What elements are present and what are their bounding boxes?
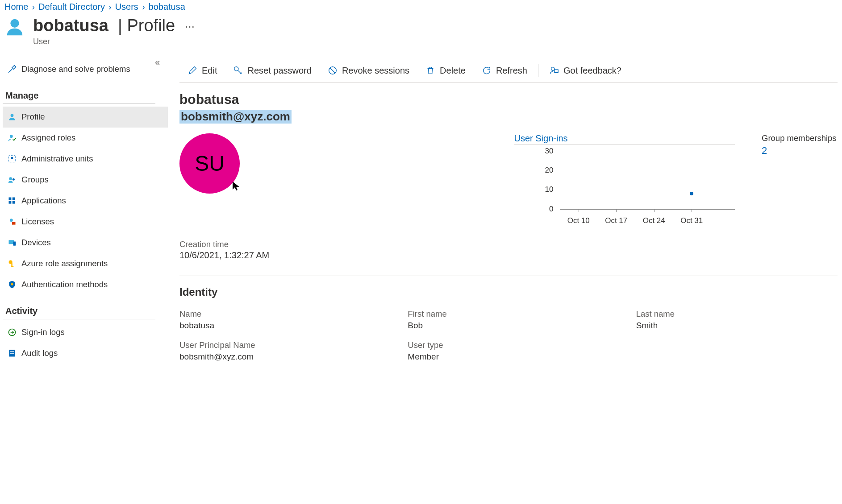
feedback-icon: [549, 66, 559, 75]
display-name: bobatusa: [179, 92, 838, 107]
edit-button[interactable]: Edit: [179, 66, 225, 76]
log-icon: [5, 349, 19, 358]
x-tick: Oct 10: [567, 216, 590, 225]
name-label: Name: [179, 309, 381, 319]
firstname-label: First name: [408, 309, 609, 319]
page-header: bobatusa | Profile User ⋯: [0, 13, 842, 59]
crumb-users[interactable]: Users: [115, 2, 138, 12]
svg-rect-12: [12, 222, 16, 225]
wrench-icon: [5, 65, 19, 74]
svg-rect-22: [10, 353, 14, 354]
avatar: SU: [179, 133, 240, 194]
lastname-label: Last name: [636, 309, 838, 319]
reset-password-button[interactable]: Reset password: [225, 66, 319, 76]
sidebar-item-label: Profile: [21, 112, 45, 122]
user-icon: [5, 112, 19, 121]
button-label: Refresh: [496, 66, 527, 76]
sidebar-item-label: Azure role assignments: [21, 259, 108, 269]
x-tick: Oct 31: [680, 216, 703, 225]
button-label: Reset password: [247, 66, 311, 76]
data-point: [690, 192, 693, 195]
x-tick: Oct 17: [605, 216, 627, 225]
group-memberships-value[interactable]: 2: [762, 145, 838, 157]
crumb-current[interactable]: bobatusa: [149, 2, 185, 12]
section-divider: [179, 276, 838, 276]
y-tick: 0: [514, 205, 559, 214]
sidebar-item-applications[interactable]: Applications: [3, 190, 168, 211]
svg-point-4: [11, 157, 13, 159]
sidebar-item-devices[interactable]: Devices: [3, 232, 168, 253]
svg-point-25: [551, 67, 554, 70]
identity-section: Identity Name bobatusa User Principal Na…: [179, 286, 838, 372]
creation-time-value: 10/6/2021, 1:32:27 AM: [179, 250, 838, 260]
signins-chart[interactable]: User Sign-ins 0102030 Oct 10Oct 17Oct 24…: [514, 133, 735, 227]
x-tick: Oct 24: [643, 216, 665, 225]
chart-title: User Sign-ins: [514, 133, 735, 145]
y-tick: 10: [514, 185, 559, 194]
svg-rect-17: [11, 266, 13, 267]
mouse-cursor-icon: [232, 181, 240, 191]
firstname-value: Bob: [408, 321, 609, 330]
sidebar-item-label: Assigned roles: [21, 133, 75, 143]
y-tick: 20: [514, 166, 559, 175]
sidebar-item-azure-roles[interactable]: Azure role assignments: [3, 253, 168, 274]
sidebar-item-admin-units[interactable]: Administrative units: [3, 149, 168, 169]
group-memberships-card: Group memberships 2: [762, 133, 838, 157]
sidebar-item-label: Groups: [21, 175, 49, 185]
refresh-icon: [482, 66, 492, 75]
svg-point-5: [9, 177, 12, 180]
sidebar-item-groups[interactable]: Groups: [3, 169, 168, 190]
revoke-sessions-button[interactable]: Revoke sessions: [320, 66, 417, 76]
svg-point-0: [10, 19, 19, 28]
button-label: Edit: [202, 66, 217, 76]
sidebar-item-audit-logs[interactable]: Audit logs: [3, 343, 168, 364]
svg-point-23: [234, 67, 238, 71]
sidebar-item-auth-methods[interactable]: Authentication methods: [3, 274, 168, 295]
svg-point-2: [10, 135, 13, 138]
sidebar: « Diagnose and solve problems Manage Pro…: [0, 59, 168, 372]
user-check-icon: [5, 133, 19, 142]
sidebar-item-assigned-roles[interactable]: Assigned roles: [3, 128, 168, 149]
lastname-value: Smith: [636, 321, 838, 330]
sidebar-item-label: Diagnose and solve problems: [21, 64, 130, 74]
sidebar-item-licenses[interactable]: Licenses: [3, 211, 168, 232]
svg-rect-8: [13, 198, 15, 200]
apps-icon: [5, 196, 19, 205]
sidebar-item-label: Applications: [21, 196, 66, 206]
upn-label: User Principal Name: [179, 340, 381, 350]
collapse-sidebar-button[interactable]: «: [155, 57, 160, 67]
svg-rect-7: [9, 198, 12, 200]
svg-point-6: [13, 178, 15, 181]
chart-baseline: [560, 209, 735, 210]
crumb-directory[interactable]: Default Directory: [38, 2, 105, 12]
svg-point-11: [10, 219, 13, 222]
key-reset-icon: [233, 66, 243, 75]
feedback-button[interactable]: Got feedback?: [541, 66, 629, 76]
svg-rect-10: [13, 201, 15, 204]
sidebar-item-profile[interactable]: Profile: [3, 107, 168, 128]
chevron-right-icon: ›: [108, 2, 112, 12]
admin-unit-icon: [5, 154, 19, 163]
refresh-button[interactable]: Refresh: [474, 66, 535, 76]
page-title: bobatusa | Profile: [33, 17, 175, 35]
button-label: Got feedback?: [563, 66, 621, 76]
sidebar-item-diagnose[interactable]: Diagnose and solve problems: [3, 59, 168, 80]
svg-rect-26: [554, 70, 558, 72]
key-icon: [5, 259, 19, 268]
sidebar-item-signin-logs[interactable]: Sign-in logs: [3, 322, 168, 343]
svg-point-1: [11, 114, 14, 117]
sidebar-item-label: Audit logs: [21, 348, 58, 358]
shield-icon: [5, 280, 19, 289]
sidebar-item-label: Administrative units: [21, 154, 93, 164]
delete-button[interactable]: Delete: [417, 66, 474, 76]
sidebar-group-activity: Activity: [3, 295, 155, 319]
chevron-right-icon: ›: [32, 2, 35, 12]
crumb-home[interactable]: Home: [4, 2, 28, 12]
pencil-icon: [188, 66, 197, 75]
signin-icon: [5, 328, 19, 337]
svg-rect-14: [13, 242, 16, 246]
more-actions-button[interactable]: ⋯: [185, 21, 196, 33]
upn-value: bobsmith@xyz.com: [179, 352, 381, 362]
page-subtitle: User: [33, 37, 175, 46]
block-icon: [328, 66, 338, 75]
